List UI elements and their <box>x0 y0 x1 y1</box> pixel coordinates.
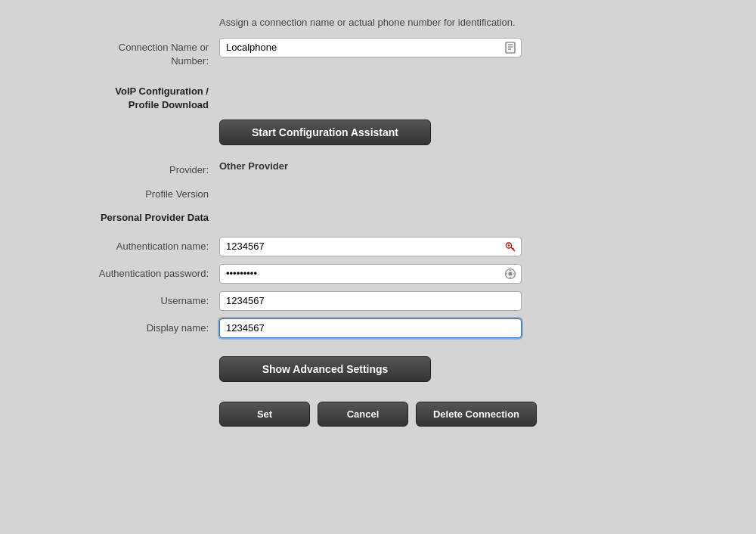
auth-name-field <box>219 237 733 256</box>
provider-row: Provider: Other Provider <box>23 160 733 177</box>
auth-password-wrapper <box>219 264 522 284</box>
description-row: Assign a connection name or actual phone… <box>23 15 733 30</box>
password-icon[interactable] <box>503 267 517 281</box>
provider-field: Other Provider <box>219 160 733 172</box>
display-name-input[interactable] <box>219 318 522 338</box>
personal-provider-label: Personal Provider Data <box>23 208 219 225</box>
display-name-field <box>219 318 733 338</box>
profile-version-label: Profile Version <box>23 185 219 201</box>
auth-password-input[interactable] <box>219 264 522 284</box>
profile-version-row: Profile Version <box>23 185 733 201</box>
svg-rect-0 <box>506 42 515 53</box>
voip-section-row: VoIP Configuration /Profile Download <box>23 82 733 112</box>
connection-name-wrapper <box>219 38 522 57</box>
provider-value: Other Provider <box>219 160 288 172</box>
start-config-field: Start Configuration Assistant <box>219 120 733 145</box>
display-name-label: Display name: <box>23 318 219 335</box>
address-book-icon[interactable] <box>503 41 517 54</box>
voip-label: VoIP Configuration /Profile Download <box>23 82 219 112</box>
form-layout: Assign a connection name or actual phone… <box>23 15 733 519</box>
page-container: Assign a connection name or actual phone… <box>0 0 756 534</box>
auth-name-wrapper <box>219 237 522 256</box>
svg-rect-6 <box>505 49 507 51</box>
svg-point-10 <box>508 244 510 246</box>
show-advanced-button[interactable]: Show Advanced Settings <box>219 356 431 382</box>
bottom-buttons: Set Cancel Delete Connection <box>23 402 733 427</box>
show-advanced-field: Show Advanced Settings <box>219 356 733 382</box>
svg-rect-5 <box>505 47 507 48</box>
display-name-row: Display name: <box>23 318 733 338</box>
show-advanced-label-col <box>23 356 219 359</box>
personal-provider-row: Personal Provider Data <box>23 208 733 225</box>
svg-point-12 <box>509 272 513 275</box>
start-config-label-col <box>23 120 219 123</box>
connection-name-field <box>219 38 733 57</box>
auth-password-label: Authentication password: <box>23 264 219 281</box>
start-config-row: Start Configuration Assistant <box>23 120 733 145</box>
auth-name-row: Authentication name: <box>23 237 733 256</box>
show-advanced-row: Show Advanced Settings <box>23 356 733 382</box>
delete-connection-button[interactable]: Delete Connection <box>416 402 537 427</box>
key-icon[interactable] <box>503 240 517 253</box>
username-field <box>219 291 733 311</box>
description-field: Assign a connection name or actual phone… <box>219 15 733 30</box>
description-label-col <box>23 15 219 18</box>
connection-name-input[interactable] <box>219 38 522 57</box>
set-button[interactable]: Set <box>219 402 310 427</box>
auth-password-row: Authentication password: <box>23 264 733 284</box>
connection-name-label: Connection Name orNumber: <box>23 38 219 68</box>
username-input[interactable] <box>219 291 522 311</box>
auth-name-label: Authentication name: <box>23 237 219 253</box>
svg-rect-4 <box>505 45 507 46</box>
description-text: Assign a connection name or actual phone… <box>219 15 516 30</box>
connection-name-row: Connection Name orNumber: <box>23 38 733 68</box>
cancel-button[interactable]: Cancel <box>318 402 408 427</box>
username-row: Username: <box>23 291 733 311</box>
username-label: Username: <box>23 291 219 308</box>
start-config-button[interactable]: Start Configuration Assistant <box>219 120 431 145</box>
provider-label: Provider: <box>23 160 219 177</box>
auth-password-field <box>219 264 733 284</box>
auth-name-input[interactable] <box>219 237 522 256</box>
